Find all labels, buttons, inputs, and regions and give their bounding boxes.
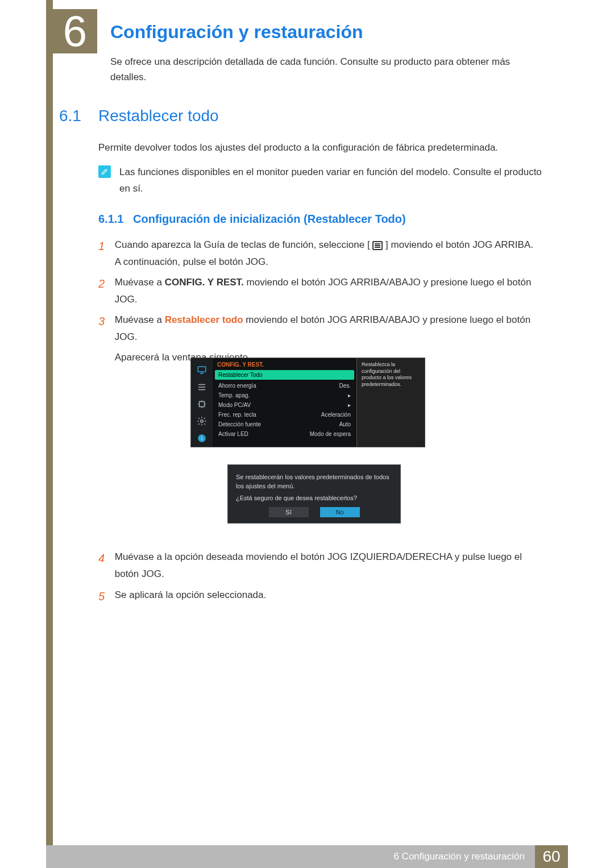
osd-screenshot: i CONFIG. Y REST. Restablecer Todo Ahorr… xyxy=(190,358,425,524)
step-4-number: 4 xyxy=(98,549,112,568)
osd-tooltip: Restablezca la configuración del product… xyxy=(356,358,425,447)
osd-row-keyrepeat: Frec. rep. teclaAceleración xyxy=(213,410,356,420)
chapter-intro: Se ofrece una descripción detallada de c… xyxy=(110,54,531,85)
subsection-title: Configuración de inicialización (Restabl… xyxy=(133,213,406,226)
osd-menu-header: CONFIG. Y REST. xyxy=(213,358,356,369)
note-text: Las funciones disponibles en el monitor … xyxy=(119,164,551,197)
step-3-text-a: Muévase a xyxy=(115,314,165,325)
osd-icon-column: i xyxy=(191,358,213,447)
subsection-number: 6.1.1 xyxy=(98,213,123,226)
svg-rect-1 xyxy=(200,402,205,407)
side-accent-bar xyxy=(46,0,53,845)
chapter-title: Configuración y restauración xyxy=(110,22,363,43)
note-icon xyxy=(98,165,111,178)
footer-chapter-label: 6 Configuración y restauración xyxy=(383,845,535,868)
chapter-number-box: 6 xyxy=(53,9,97,53)
osd-menu: CONFIG. Y REST. Restablecer Todo Ahorro … xyxy=(213,358,356,447)
osd-gear-icon xyxy=(194,414,209,429)
osd-row-led: Activar LEDModo de espera xyxy=(213,429,356,439)
step-1-number: 1 xyxy=(98,236,112,256)
osd-dialog-message: Se restablecerán los valores predetermin… xyxy=(236,473,392,491)
osd-dialog-yes-button: Sí xyxy=(269,507,309,517)
osd-row-off-timer: Temp. apag.▸ xyxy=(213,391,356,400)
svg-rect-0 xyxy=(198,367,206,372)
osd-row-sourcedetect: Detección fuenteAuto xyxy=(213,420,356,429)
osd-row-reset: Restablecer Todo xyxy=(215,370,354,380)
svg-point-2 xyxy=(201,420,204,423)
step-4-text: Muévase a la opción deseada moviendo el … xyxy=(115,549,541,583)
osd-list-icon xyxy=(194,380,209,394)
step-3-number: 3 xyxy=(98,312,112,331)
osd-row-energy: Ahorro energíaDes. xyxy=(213,381,356,391)
footer-page-number: 60 xyxy=(535,845,568,868)
footer-bar: 6 Configuración y restauración 60 xyxy=(46,845,568,868)
step-2-number: 2 xyxy=(98,274,112,294)
step-1: 1 Cuando aparezca la Guía de teclas de f… xyxy=(98,236,547,271)
step-2: 2 Muévase a CONFIG. Y REST. moviendo el … xyxy=(98,274,547,308)
step-3-bold: Restablecer todo xyxy=(165,314,243,325)
step-4: 4 Muévase a la opción deseada moviendo e… xyxy=(98,549,547,583)
step-5-text: Se aplicará la opción seleccionada. xyxy=(115,587,541,604)
osd-size-icon xyxy=(194,397,209,412)
svg-text:i: i xyxy=(201,435,202,441)
section-title: Restablecer todo xyxy=(98,107,219,125)
section-number: 6.1 xyxy=(59,107,81,125)
step-2-text-a: Muévase a xyxy=(115,277,165,288)
osd-confirm-dialog: Se restablecerán los valores predetermin… xyxy=(227,464,401,524)
step-1-text-a: Cuando aparezca la Guía de teclas de fun… xyxy=(115,239,370,250)
osd-monitor-icon xyxy=(194,363,209,377)
osd-row-pcav: Modo PC/AV▸ xyxy=(213,400,356,410)
osd-dialog-question: ¿Está seguro de que desea restablecerlos… xyxy=(236,495,392,501)
step-2-bold: CONFIG. Y REST. xyxy=(165,277,244,288)
section-description: Permite devolver todos los ajustes del p… xyxy=(98,142,547,153)
step-5: 5 Se aplicará la opción seleccionada. xyxy=(98,587,547,607)
step-5-number: 5 xyxy=(98,587,112,607)
osd-dialog-no-button: No xyxy=(320,507,360,517)
menu-icon xyxy=(372,241,383,250)
osd-info-icon: i xyxy=(194,431,209,446)
